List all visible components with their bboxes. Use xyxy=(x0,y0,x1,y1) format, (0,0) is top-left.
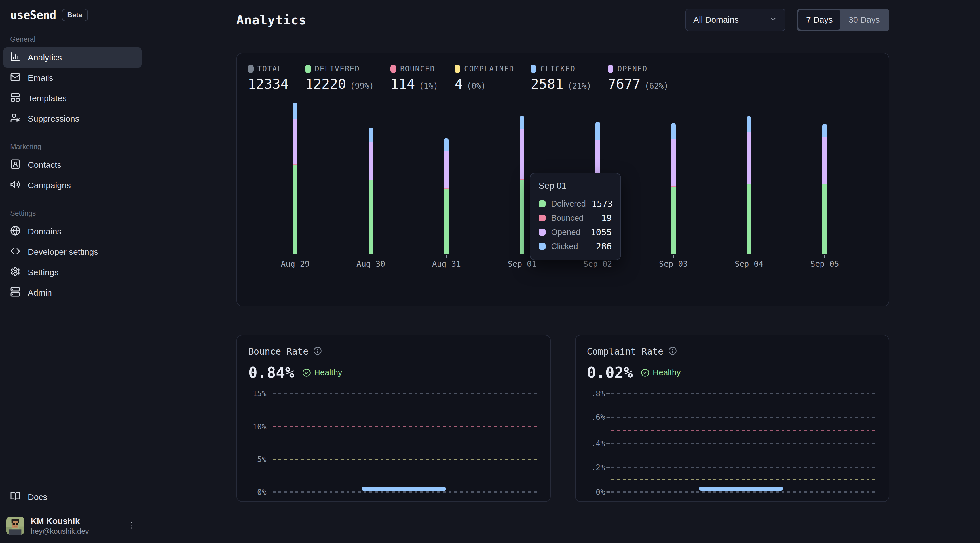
nav-section-general: GeneralAnalyticsEmailsTemplatesSuppressi… xyxy=(3,35,142,129)
beta-badge: Beta xyxy=(62,9,88,21)
section-label: Marketing xyxy=(10,143,135,151)
bar-segment-clicked xyxy=(444,138,449,151)
stat-dot xyxy=(608,65,613,73)
bar-segment-delivered xyxy=(444,189,449,254)
stat-percent: (21%) xyxy=(567,81,591,90)
sidebar-item-label: Admin xyxy=(28,288,52,298)
stat-bounced: BOUNCED114(1%) xyxy=(390,65,438,92)
range-button-30-days[interactable]: 30 Days xyxy=(840,10,888,30)
template-icon xyxy=(10,92,21,103)
contact-book-icon xyxy=(10,159,21,171)
gridline-warning xyxy=(587,476,877,484)
stacked-bar xyxy=(822,124,827,254)
gridline-dashes xyxy=(273,491,539,492)
sidebar-spacer xyxy=(3,317,142,487)
bar-segment-opened xyxy=(822,137,827,184)
book-open-icon xyxy=(10,491,21,501)
sidebar-item-label: Settings xyxy=(28,268,59,277)
stacked-bar xyxy=(293,103,298,254)
chart-tooltip: Sep 01 Delivered1573Bounced19Opened1055C… xyxy=(530,173,621,260)
gridline-dashes xyxy=(611,479,877,480)
rate-value: 0.84% xyxy=(248,364,294,381)
gridline-dashes xyxy=(611,417,877,418)
tooltip-value: 19 xyxy=(601,213,612,223)
y-tick-mark xyxy=(605,443,611,444)
docs-label: Docs xyxy=(28,492,47,502)
stat-value: 7677 xyxy=(608,76,641,92)
tooltip-row-clicked: Clicked286 xyxy=(539,239,612,253)
bar-segment-opened xyxy=(444,151,449,189)
tooltip-value: 1055 xyxy=(591,227,612,237)
megaphone-icon xyxy=(10,179,21,192)
chevron-down-icon xyxy=(769,15,778,23)
y-tick-label: .6% xyxy=(587,413,605,421)
rate-data-line xyxy=(699,487,783,491)
chevron-down-icon xyxy=(769,15,778,25)
gridline-dashes xyxy=(611,491,877,492)
section-label: Settings xyxy=(10,209,135,218)
sidebar-item-developer-settings[interactable]: Developer settings xyxy=(3,242,142,262)
rate-card-title: Complaint Rate xyxy=(587,346,663,357)
domain-filter-value: All Domains xyxy=(693,15,739,25)
sidebar-item-domains[interactable]: Domains xyxy=(3,221,142,242)
info-icon[interactable] xyxy=(668,347,677,356)
server-icon xyxy=(10,287,21,297)
y-tick-label: .4% xyxy=(587,439,605,448)
user-menu-button[interactable] xyxy=(125,518,139,533)
volume-bar-chart: Aug 29Aug 30Aug 31Sep 01Sep 02Sep 03Sep … xyxy=(246,98,880,269)
range-button-7-days[interactable]: 7 Days xyxy=(798,10,840,30)
stat-dot xyxy=(248,65,253,73)
bar-aug-30[interactable] xyxy=(333,98,409,254)
bar-aug-31[interactable] xyxy=(409,98,484,254)
bar-segment-delivered xyxy=(822,184,827,254)
x-tick-label: Sep 01 xyxy=(484,259,560,269)
sidebar-item-label: Suppressions xyxy=(28,114,80,124)
sidebar-item-emails[interactable]: Emails xyxy=(3,68,142,88)
tooltip-row-opened: Opened1055 xyxy=(539,225,612,239)
tooltip-swatch xyxy=(539,243,546,250)
stat-clicked: CLICKED2581(21%) xyxy=(531,65,591,92)
app-root: useSend Beta GeneralAnalyticsEmailsTempl… xyxy=(0,0,980,543)
sidebar-item-campaigns[interactable]: Campaigns xyxy=(3,175,142,195)
sidebar-item-templates[interactable]: Templates xyxy=(3,88,142,108)
info-icon[interactable] xyxy=(313,347,322,356)
sidebar-item-docs[interactable]: Docs xyxy=(3,487,142,507)
user-name: KM Koushik xyxy=(30,516,89,527)
mail-icon xyxy=(10,72,21,84)
info-icon xyxy=(313,347,322,355)
sidebar-item-label: Templates xyxy=(28,94,67,103)
tooltip-label: Opened xyxy=(551,227,581,237)
stat-value: 12334 xyxy=(248,76,289,92)
tooltip-label: Delivered xyxy=(551,199,586,209)
status-label: Healthy xyxy=(653,368,681,377)
stacked-bar xyxy=(444,138,449,254)
y-tick-mark xyxy=(605,467,611,468)
sidebar-item-contacts[interactable]: Contacts xyxy=(3,155,142,175)
sidebar-item-suppressions[interactable]: Suppressions xyxy=(3,108,142,129)
globe-icon xyxy=(10,225,21,238)
bounce-rate-card: Bounce Rate0.84%Healthy15%10%5%0% xyxy=(237,335,551,502)
section-label: General xyxy=(10,35,135,43)
x-tick-label: Aug 31 xyxy=(409,259,484,269)
tooltip-swatch xyxy=(539,214,546,221)
sidebar-item-analytics[interactable]: Analytics xyxy=(3,47,142,68)
rate-plot: 15%10%5%0% xyxy=(248,393,539,492)
domain-filter-select[interactable]: All Domains xyxy=(686,8,786,31)
bar-sep-03[interactable] xyxy=(635,98,711,254)
bar-sep-04[interactable] xyxy=(711,98,787,254)
bar-sep-05[interactable] xyxy=(787,98,862,254)
user-x-icon xyxy=(10,113,21,125)
stat-value: 12220 xyxy=(305,76,346,92)
tooltip-value: 1573 xyxy=(592,198,613,209)
x-tick-label: Sep 05 xyxy=(787,259,862,269)
stacked-bar xyxy=(369,127,373,254)
bar-aug-29[interactable] xyxy=(258,98,333,254)
book-open-icon xyxy=(10,491,21,503)
bar-segment-opened xyxy=(671,140,676,186)
contact-book-icon xyxy=(10,159,21,169)
stat-percent: (62%) xyxy=(644,81,668,90)
sidebar-item-admin[interactable]: Admin xyxy=(3,283,142,303)
x-axis-labels: Aug 29Aug 30Aug 31Sep 01Sep 02Sep 03Sep … xyxy=(258,259,862,269)
sidebar-item-settings[interactable]: Settings xyxy=(3,262,142,283)
user-menu[interactable]: KM Koushik hey@koushik.dev xyxy=(3,516,142,536)
